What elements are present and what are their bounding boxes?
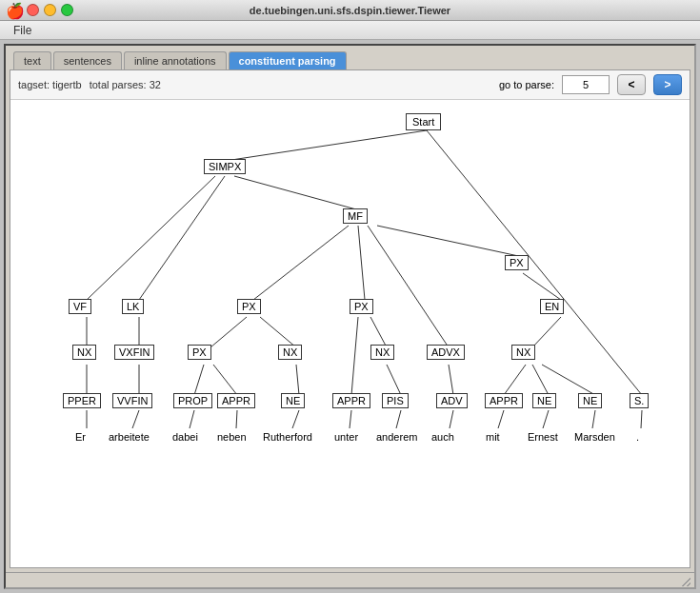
word-auch: auch — [431, 431, 454, 443]
svg-line-28 — [132, 410, 139, 428]
node-simpx: SIMPX — [204, 159, 246, 174]
node-ne2: NE — [532, 393, 556, 408]
toolbar: tagset: tigertb total parses: 32 go to p… — [10, 70, 690, 100]
tree-area[interactable]: Start SIMPX MF PX VF LK PX PX ADVX EN NX… — [10, 100, 690, 567]
window-controls[interactable] — [27, 4, 73, 16]
word-dabei: dabei — [172, 431, 198, 443]
next-button[interactable]: > — [653, 74, 682, 95]
svg-line-9 — [523, 273, 561, 300]
resize-handle[interactable] — [679, 575, 690, 586]
svg-line-34 — [450, 410, 453, 428]
status-bar — [6, 572, 694, 587]
tab-sentences[interactable]: sentences — [53, 51, 122, 69]
svg-line-30 — [236, 410, 237, 428]
svg-line-29 — [190, 410, 194, 428]
node-appr3: APPR — [485, 393, 523, 408]
node-vvfin: VVFIN — [112, 393, 152, 408]
svg-line-2 — [87, 176, 215, 300]
content-area: tagset: tigertb total parses: 32 go to p… — [10, 69, 690, 568]
node-px-mid: PX — [350, 299, 373, 314]
node-s: S. — [630, 393, 649, 408]
svg-line-38 — [641, 410, 642, 428]
node-start: Start — [406, 113, 441, 130]
node-advx: ADVX — [427, 345, 465, 360]
svg-line-20 — [213, 365, 237, 395]
word-unter: unter — [334, 431, 358, 443]
svg-line-36 — [543, 410, 549, 428]
maximize-button[interactable] — [61, 4, 73, 16]
prev-button[interactable]: < — [617, 74, 646, 95]
svg-line-19 — [194, 365, 204, 395]
svg-line-15 — [370, 317, 387, 347]
node-adv: ADV — [436, 393, 468, 408]
tab-text[interactable]: text — [13, 51, 51, 69]
word-marsden: Marsden — [574, 431, 615, 443]
goto-input[interactable] — [562, 75, 610, 94]
node-nx1: NX — [72, 345, 96, 360]
svg-line-35 — [498, 410, 504, 428]
word-mit: mit — [486, 431, 500, 443]
node-appr1: APPR — [217, 393, 255, 408]
svg-line-26 — [542, 365, 595, 395]
word-rutherford: Rutherford — [263, 431, 312, 443]
svg-line-24 — [504, 365, 526, 395]
node-px-inner: PX — [188, 345, 211, 360]
svg-line-37 — [592, 410, 595, 428]
word-arbeitete: arbeitete — [109, 431, 150, 443]
svg-line-31 — [292, 410, 299, 428]
tree-container: Start SIMPX MF PX VF LK PX PX ADVX EN NX… — [10, 100, 687, 490]
file-menu[interactable]: File — [8, 24, 37, 37]
svg-line-5 — [253, 226, 349, 300]
svg-line-21 — [296, 365, 299, 395]
node-vf: VF — [69, 299, 91, 314]
tabs-bar: text sentences inline annotations consti… — [6, 46, 694, 69]
title-bar: 🍎 de.tuebingen.uni.sfs.dspin.tiewer.Tiew… — [0, 0, 700, 21]
main-window: text sentences inline annotations consti… — [4, 44, 696, 589]
node-prop: PROP — [173, 393, 212, 408]
tab-inline-annotations[interactable]: inline annotations — [124, 51, 227, 69]
node-vxfin: VXFIN — [114, 345, 154, 360]
node-mf: MF — [343, 208, 368, 224]
svg-line-6 — [358, 226, 365, 300]
word-ernest: Ernest — [528, 431, 558, 443]
word-period: . — [636, 431, 639, 443]
svg-line-23 — [449, 365, 453, 395]
node-pper: PPER — [63, 393, 101, 408]
svg-line-14 — [351, 317, 358, 395]
goto-label: go to parse: — [499, 79, 554, 90]
node-px-topright: PX — [505, 255, 529, 270]
node-appr2: APPR — [332, 393, 370, 408]
node-lk: LK — [122, 299, 144, 314]
node-ne1: NE — [281, 393, 305, 408]
total-parses-label: total parses: 32 — [90, 79, 161, 90]
svg-line-25 — [532, 365, 549, 395]
word-anderem: anderem — [376, 431, 417, 443]
svg-line-0 — [231, 130, 427, 160]
svg-line-8 — [377, 226, 523, 257]
svg-line-3 — [139, 176, 225, 300]
svg-line-12 — [210, 317, 247, 347]
menu-bar: File — [0, 21, 700, 40]
svg-line-22 — [387, 365, 401, 395]
svg-line-16 — [532, 317, 561, 347]
node-ne3: NE — [578, 393, 602, 408]
svg-line-33 — [396, 410, 401, 428]
node-en: EN — [540, 299, 564, 314]
tab-constituent-parsing[interactable]: constituent parsing — [229, 51, 347, 69]
svg-line-13 — [260, 317, 296, 347]
tagset-label: tagset: tigertb — [18, 79, 82, 90]
node-nx4: NX — [511, 345, 535, 360]
node-pis: PIS — [382, 393, 409, 408]
node-px-left: PX — [237, 299, 261, 314]
close-button[interactable] — [27, 4, 39, 16]
word-neben: neben — [217, 431, 247, 443]
node-nx3: NX — [370, 345, 394, 360]
node-nx2: NX — [278, 345, 302, 360]
word-er: Er — [75, 431, 86, 443]
svg-line-4 — [234, 176, 356, 209]
window-title: de.tuebingen.uni.sfs.dspin.tiewer.Tiewer — [250, 5, 450, 16]
svg-line-7 — [368, 226, 449, 347]
svg-line-32 — [350, 410, 351, 428]
minimize-button[interactable] — [44, 4, 56, 16]
